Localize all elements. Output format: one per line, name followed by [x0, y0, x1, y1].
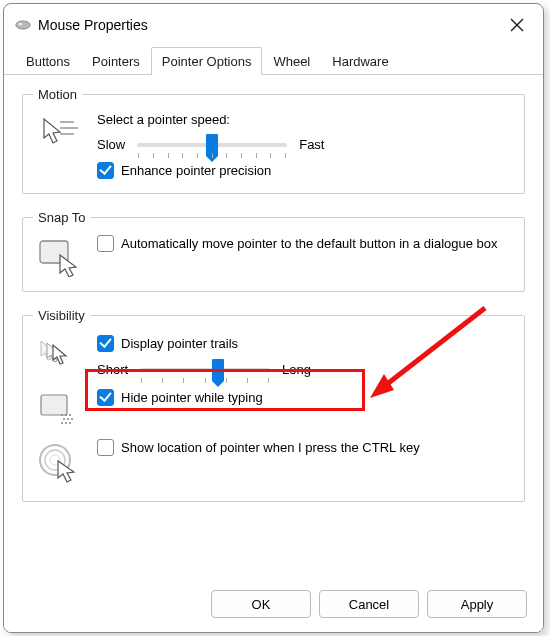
tab-hardware[interactable]: Hardware: [321, 47, 399, 75]
long-label: Long: [282, 362, 311, 377]
tab-buttons[interactable]: Buttons: [15, 47, 81, 75]
show-ctrl-checkbox[interactable]: Show location of pointer when I press th…: [97, 439, 512, 456]
hide-typing-label: Hide pointer while typing: [121, 389, 263, 406]
snapto-legend: Snap To: [33, 210, 90, 225]
tab-content: Motion Select a pointer speed: Slow: [4, 75, 543, 580]
short-label: Short: [97, 362, 128, 377]
enhance-precision-checkbox[interactable]: Enhance pointer precision: [97, 162, 512, 179]
snapto-icon: [35, 235, 83, 277]
checkbox-icon: [97, 162, 114, 179]
cancel-button[interactable]: Cancel: [319, 590, 419, 618]
slow-label: Slow: [97, 137, 125, 152]
svg-point-18: [67, 418, 68, 419]
visibility-legend: Visibility: [33, 308, 90, 323]
hide-typing-icon: [35, 389, 83, 427]
pointer-speed-slider[interactable]: [137, 143, 287, 147]
visibility-group: Visibility Display pointer trails S: [22, 308, 525, 502]
auto-move-checkbox[interactable]: Automatically move pointer to the defaul…: [97, 235, 512, 252]
svg-point-19: [71, 418, 72, 419]
close-icon: [510, 18, 524, 32]
checkbox-icon: [97, 235, 114, 252]
snapto-group: Snap To Automatically move pointer to th…: [22, 210, 525, 292]
checkbox-icon: [97, 439, 114, 456]
svg-point-16: [69, 414, 70, 415]
pointer-trails-checkbox[interactable]: Display pointer trails: [97, 335, 512, 352]
window-title: Mouse Properties: [38, 17, 501, 33]
checkbox-icon: [97, 335, 114, 352]
titlebar: Mouse Properties: [4, 4, 543, 44]
fast-label: Fast: [299, 137, 324, 152]
pointer-speed-label: Select a pointer speed:: [97, 112, 512, 127]
svg-point-17: [63, 418, 64, 419]
svg-point-1: [18, 23, 22, 26]
ok-button[interactable]: OK: [211, 590, 311, 618]
show-ctrl-label: Show location of pointer when I press th…: [121, 439, 420, 456]
tab-strip: Buttons Pointers Pointer Options Wheel H…: [4, 46, 543, 75]
motion-legend: Motion: [33, 87, 82, 102]
svg-point-20: [61, 422, 62, 423]
button-bar: OK Cancel Apply: [4, 580, 543, 632]
svg-point-21: [65, 422, 66, 423]
hide-typing-checkbox[interactable]: Hide pointer while typing: [97, 389, 512, 406]
tab-pointer-options[interactable]: Pointer Options: [151, 47, 263, 75]
show-ctrl-icon: [35, 439, 83, 483]
mouse-properties-dialog: Mouse Properties Buttons Pointers Pointe…: [3, 3, 544, 633]
trail-length-slider[interactable]: [140, 368, 270, 372]
enhance-precision-label: Enhance pointer precision: [121, 162, 271, 179]
tab-pointers[interactable]: Pointers: [81, 47, 151, 75]
svg-marker-4: [44, 119, 60, 143]
svg-point-14: [61, 414, 62, 415]
trails-icon: [35, 335, 83, 373]
svg-point-15: [65, 414, 66, 415]
auto-move-label: Automatically move pointer to the defaul…: [121, 235, 498, 252]
tab-wheel[interactable]: Wheel: [262, 47, 321, 75]
svg-rect-13: [41, 395, 67, 415]
svg-point-0: [16, 21, 30, 29]
svg-marker-26: [58, 461, 74, 482]
apply-button[interactable]: Apply: [427, 590, 527, 618]
svg-point-22: [69, 422, 70, 423]
close-button[interactable]: [501, 11, 533, 39]
mouse-icon: [14, 19, 32, 31]
pointer-trails-label: Display pointer trails: [121, 335, 238, 352]
motion-group: Motion Select a pointer speed: Slow: [22, 87, 525, 194]
checkbox-icon: [97, 389, 114, 406]
motion-speed-icon: [35, 112, 83, 146]
